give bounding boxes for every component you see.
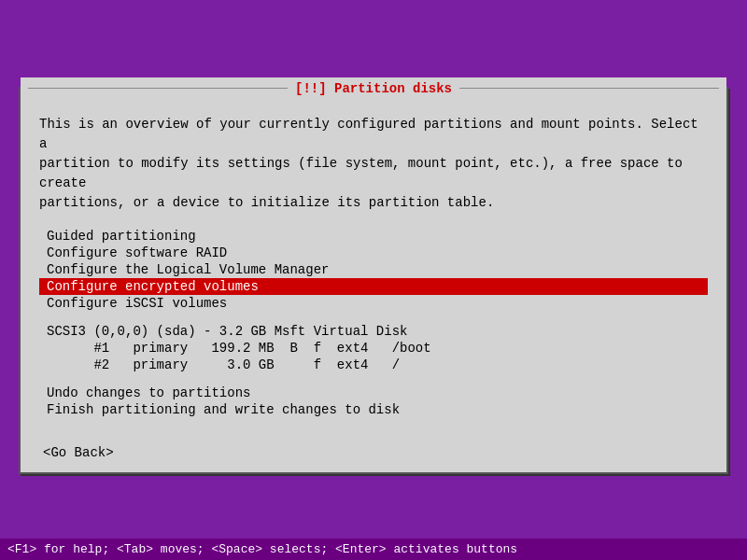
dialog-box: [!!] Partition disks This is an overview… [19, 87, 728, 474]
dialog-content: This is an overview of your currently co… [21, 100, 726, 433]
action-finish[interactable]: Finish partitioning and write changes to… [39, 401, 708, 418]
dialog-title: [!!] Partition disks [288, 81, 459, 96]
action-undo[interactable]: Undo changes to partitions [39, 385, 708, 401]
actions-area: Undo changes to partitions Finish partit… [39, 385, 708, 418]
menu-item-software-raid[interactable]: Configure software RAID [39, 245, 708, 261]
description-text: This is an overview of your currently co… [39, 115, 708, 213]
screen-wrapper: [!!] Partition disks This is an overview… [0, 0, 747, 560]
go-back-button[interactable]: <Go Back> [39, 444, 118, 461]
title-bar-right-line [459, 88, 719, 89]
menu-item-iscsi[interactable]: Configure iSCSI volumes [39, 295, 708, 312]
title-bar: [!!] Partition disks [21, 77, 726, 100]
title-bar-left-line [28, 88, 288, 89]
go-back-area: <Go Back> [21, 433, 726, 472]
disk-info: SCSI3 (0,0,0) (sda) - 3.2 GB Msft Virtua… [39, 323, 708, 373]
disk-header: SCSI3 (0,0,0) (sda) - 3.2 GB Msft Virtua… [39, 323, 708, 340]
menu-item-lvm[interactable]: Configure the Logical Volume Manager [39, 261, 708, 278]
menu-item-encrypted[interactable]: Configure encrypted volumes [39, 278, 708, 295]
menu-item-guided[interactable]: Guided partitioning [39, 228, 708, 245]
menu-area: Guided partitioning Configure software R… [39, 228, 708, 312]
status-bar: <F1> for help; <Tab> moves; <Space> sele… [0, 539, 747, 560]
partition-2[interactable]: #2 primary 3.0 GB f ext4 / [39, 357, 708, 373]
partition-1[interactable]: #1 primary 199.2 MB B f ext4 /boot [39, 340, 708, 357]
